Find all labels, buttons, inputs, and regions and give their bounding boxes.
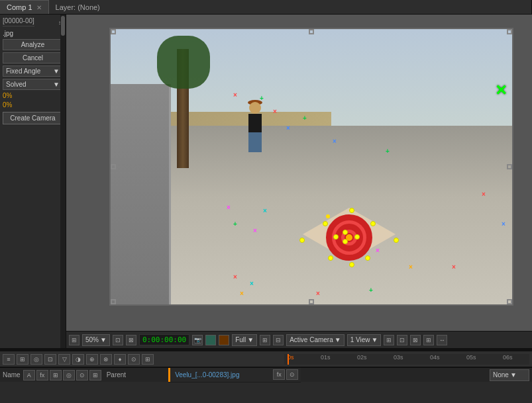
view-dropdown[interactable]: Active Camera ▼ [286,334,344,346]
camera-icon[interactable]: 📷 [192,335,203,345]
target-container [296,204,402,271]
control-point-top[interactable] [349,208,354,213]
layer-label: Layer: (None) [56,3,100,11]
view-chevron: ▼ [335,336,341,343]
layer-icon-fx[interactable]: fx [273,369,285,380]
track-point-b3: × [502,221,505,228]
toggle2-icon[interactable]: ⊡ [397,335,407,345]
time-6: 06s [503,354,513,361]
timecode: 0:00:00:00 [139,334,189,345]
percent-row1: 0% [3,92,63,99]
layer-btn-6[interactable]: ⊞ [89,370,101,381]
tab-close[interactable]: ✕ [36,4,42,11]
timeline-area: ≡ ⊞ ◎ ⊡ ▽ ◑ ⊕ ⊗ ♦ ⊙ ⊞ 0s 01s 02s 03s 04s… [0,350,532,403]
composition-frame[interactable]: × × × × × × + + + + + × × × × × × [109,28,513,306]
none-chevron: ▼ [510,371,517,379]
track-point-g5: + [369,287,373,294]
color-icon[interactable] [205,335,216,345]
toggle1-icon[interactable]: ⊞ [384,335,394,345]
comp-tab[interactable]: Comp 1 ✕ [0,0,49,14]
control-point-left[interactable] [299,238,305,243]
tl-btn-10[interactable]: ⊙ [128,354,140,365]
viewport-controls: ⊞ 50% ▼ ⊡ ⊠ 0:00:00:00 📷 Full ▼ ⊞ ⊟ Acti… [66,331,532,348]
depth-icon[interactable]: ⊟ [273,335,284,345]
viewport: × × × × × × + + + + + × × × × × × [66,15,532,348]
tl-btn-5[interactable]: ▽ [58,354,70,365]
toggle3-icon[interactable]: ⊠ [410,335,421,345]
layer-btn-5[interactable]: ⊙ [76,370,88,381]
tl-btn-9[interactable]: ♦ [114,354,126,365]
tl-btn-3[interactable]: ◎ [30,354,42,365]
analyze-button[interactable]: Analyze [3,39,63,50]
quality-chevron: ▼ [247,336,254,343]
zoom-dropdown[interactable]: 50% ▼ [82,334,110,346]
edge-handle-right[interactable] [507,164,512,169]
corner-handle-tl[interactable] [111,29,116,34]
edge-handle-top[interactable] [309,29,314,34]
control-point-tl[interactable] [323,221,328,226]
solved-dropdown[interactable]: Solved ▼ [3,79,63,90]
toggle5-icon[interactable]: ↔ [437,335,447,345]
top-bar: Comp 1 ✕ Layer: (None) [0,0,532,15]
tl-btn-4[interactable]: ⊡ [44,354,56,365]
create-camera-button[interactable]: Create Camera [3,112,63,124]
layer-controls: A fx ⊞ ◎ ⊙ ⊞ [23,370,101,381]
layer-name[interactable]: Veelu_[...0-00283].jpg [175,371,239,379]
tl-btn-1[interactable]: ≡ [3,354,15,365]
tl-btn-6[interactable]: ◑ [72,354,84,365]
time-4: 04s [430,354,440,361]
corner-handle-tr[interactable] [507,29,512,34]
chevron-down-icon2: ▼ [53,81,60,88]
track-point-g2: + [303,115,307,122]
quality-dropdown[interactable]: Full ▼ [232,334,257,346]
control-point-c4[interactable] [354,234,360,240]
control-point-c3[interactable] [333,234,339,240]
grid-icon[interactable]: ⊞ [69,335,80,345]
layer-row-area: Veelu_[...0-00283].jpg fx ⊙ [168,368,301,382]
channels-icon[interactable]: ⊞ [260,335,270,345]
none-dropdown[interactable]: None ▼ [490,369,529,381]
layer-btn-2[interactable]: fx [36,370,48,381]
control-point-bl[interactable] [328,255,333,261]
control-point-tr[interactable] [370,221,376,226]
tl-btn-7[interactable]: ⊕ [86,354,98,365]
fit-icon[interactable]: ⊡ [113,335,123,345]
comp-tab-label: Comp 1 [7,3,32,11]
person-legs [248,132,262,152]
tl-btn-2[interactable]: ⊞ [17,354,28,365]
angle-dropdown[interactable]: Fixed Angle ▼ [3,66,63,77]
tl-btn-11[interactable]: ⊞ [142,354,154,365]
layout-dropdown[interactable]: 1 View ▼ [347,334,382,346]
file-label: .jpg [3,30,63,37]
pixel-icon[interactable]: ⊠ [126,335,136,345]
track-point-r3: × [233,274,237,281]
layer-btn-4[interactable]: ◎ [63,370,75,381]
edge-handle-bottom[interactable] [309,299,314,304]
corner-handle-br[interactable] [507,299,512,304]
cancel-button[interactable]: Cancel [3,52,63,64]
preview-icon[interactable] [219,335,229,345]
edge-handle-left[interactable] [111,164,116,169]
time-1: 01s [321,354,331,361]
scroll-thumb [61,16,65,36]
track-point-c2: × [250,281,254,287]
parent-label: Parent [107,371,126,379]
track-point-o1: × [240,291,244,297]
viewport-area: × × × × × × + + + + + × × × × × × [70,18,529,328]
layer-btn-3[interactable]: ⊞ [50,370,62,381]
control-point-br[interactable] [365,255,370,261]
main-area: [00000-00] ≡ .jpg Analyze Cancel Fixed A… [0,15,532,348]
toggle4-icon[interactable]: ⊞ [423,335,434,345]
corner-handle-bl[interactable] [111,299,116,304]
layer-btn-1[interactable]: A [23,370,35,381]
control-point-right[interactable] [394,238,399,243]
scrollbar[interactable] [60,15,66,348]
track-point-r5: × [452,264,456,271]
tl-btn-8[interactable]: ⊗ [100,354,112,365]
person-head [249,102,261,114]
playhead-indicator [288,354,289,365]
layer-icons: fx ⊙ [273,369,298,380]
track-point-b1: × [286,125,290,132]
control-point-bottom[interactable] [349,262,354,267]
layer-icon-2[interactable]: ⊙ [286,369,298,380]
